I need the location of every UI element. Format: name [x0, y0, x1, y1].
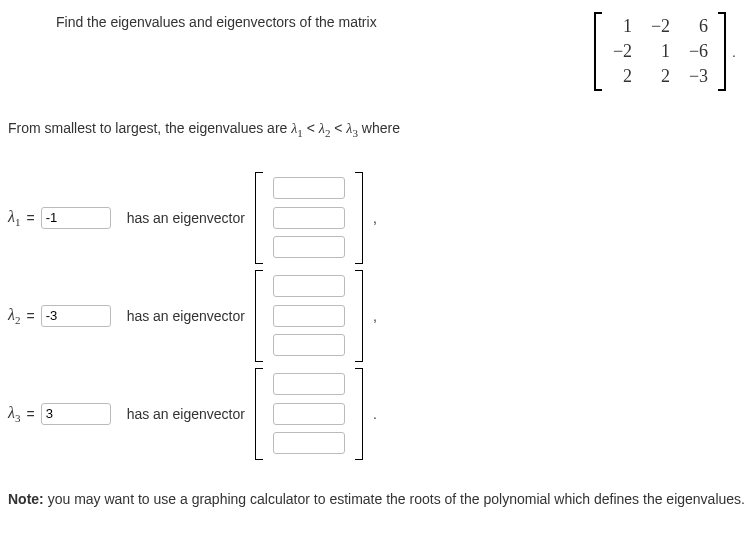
- row-terminator: .: [373, 406, 377, 422]
- lambda-sub: 2: [15, 314, 21, 326]
- eigenvalue-row: λ1 = has an eigenvector ,: [8, 169, 746, 267]
- lt-symbol: <: [330, 120, 346, 136]
- eigenvector-3-component-1[interactable]: [273, 373, 345, 395]
- eigenvector-3-component-3[interactable]: [273, 432, 345, 454]
- eigenvector-3-component-2[interactable]: [273, 403, 345, 425]
- matrix-cell: −3: [688, 66, 708, 87]
- eigenvector-bracket: [255, 368, 363, 460]
- vector-left-bracket-icon: [255, 172, 263, 264]
- eigenvalue-input-1[interactable]: [41, 207, 111, 229]
- matrix-cell: 2: [650, 66, 670, 87]
- eigenvector-2-component-3[interactable]: [273, 334, 345, 356]
- matrix-cell: −2: [650, 16, 670, 37]
- note-rest: you may want to use a graphing calculato…: [44, 491, 745, 507]
- lambda-symbol: λ: [8, 404, 15, 421]
- eigenvector-2-component-1[interactable]: [273, 275, 345, 297]
- eigenvector-bracket: [255, 172, 363, 264]
- equals-sign: =: [26, 406, 34, 422]
- eigenvalue-row: λ3 = has an eigenvector .: [8, 365, 746, 463]
- eigenvector-bracket: [255, 270, 363, 362]
- has-eigenvector-label: has an eigenvector: [127, 308, 245, 324]
- ordering-statement: From smallest to largest, the eigenvalue…: [8, 120, 746, 139]
- matrix-cell: 1: [650, 41, 670, 62]
- eigenvector-1-component-2[interactable]: [273, 207, 345, 229]
- lambda-symbol: λ: [8, 208, 15, 225]
- equals-sign: =: [26, 308, 34, 324]
- vector-left-bracket-icon: [255, 368, 263, 460]
- row-terminator: ,: [373, 210, 377, 226]
- eigenvalue-input-2[interactable]: [41, 305, 111, 327]
- eigenvalue-input-3[interactable]: [41, 403, 111, 425]
- equals-sign: =: [26, 210, 34, 226]
- vector-right-bracket-icon: [355, 270, 363, 362]
- matrix-right-bracket-icon: [718, 12, 726, 91]
- lt-symbol: <: [303, 120, 319, 136]
- matrix-left-bracket-icon: [594, 12, 602, 91]
- lambda-sub: 3: [15, 412, 21, 424]
- matrix-cell: −2: [612, 41, 632, 62]
- eigenvector-1-component-3[interactable]: [273, 236, 345, 258]
- matrix-cell: 6: [688, 16, 708, 37]
- vector-left-bracket-icon: [255, 270, 263, 362]
- eigenvalue-row: λ2 = has an eigenvector ,: [8, 267, 746, 365]
- matrix-period: .: [732, 44, 736, 60]
- note-bold: Note:: [8, 491, 44, 507]
- eigenvector-2-component-2[interactable]: [273, 305, 345, 327]
- note-text: Note: you may want to use a graphing cal…: [8, 491, 746, 507]
- matrix-display: 1 −2 6 −2 1 −6 2 2 −3 .: [594, 12, 736, 91]
- has-eigenvector-label: has an eigenvector: [127, 210, 245, 226]
- order-suffix: where: [358, 120, 400, 136]
- matrix-cell: 2: [612, 66, 632, 87]
- eigenvector-1-component-1[interactable]: [273, 177, 345, 199]
- vector-right-bracket-icon: [355, 172, 363, 264]
- row-terminator: ,: [373, 308, 377, 324]
- matrix-cell: −6: [688, 41, 708, 62]
- has-eigenvector-label: has an eigenvector: [127, 406, 245, 422]
- matrix-cell: 1: [612, 16, 632, 37]
- problem-prompt: Find the eigenvalues and eigenvectors of…: [8, 10, 377, 30]
- order-prefix: From smallest to largest, the eigenvalue…: [8, 120, 291, 136]
- vector-right-bracket-icon: [355, 368, 363, 460]
- lambda-sub: 1: [15, 216, 21, 228]
- lambda-symbol: λ: [8, 306, 15, 323]
